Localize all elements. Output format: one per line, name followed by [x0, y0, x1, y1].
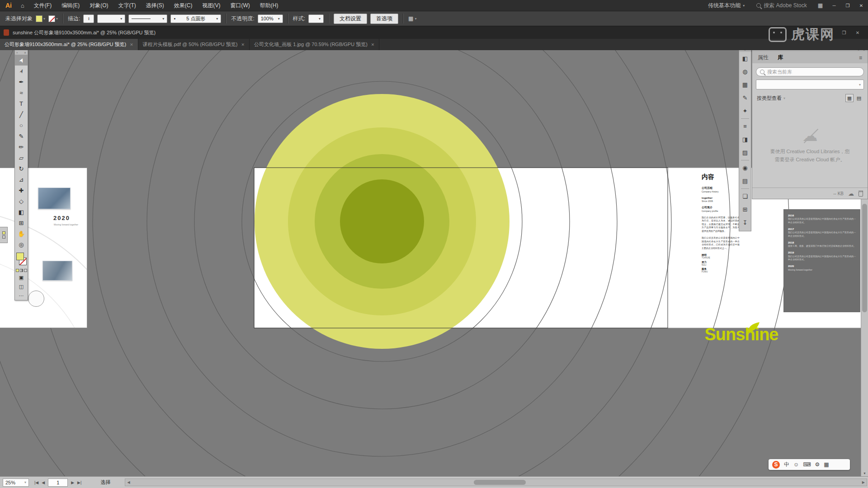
- screen-mode-button[interactable]: ◫: [15, 282, 28, 291]
- minimize-button[interactable]: ─: [827, 0, 841, 11]
- menu-type[interactable]: 文字(T): [113, 0, 141, 11]
- edit-toolbar-button[interactable]: ⋯: [15, 291, 28, 300]
- horizontal-scrollbar[interactable]: ◀ ▶: [125, 479, 867, 486]
- paintbrush-tool[interactable]: ✎: [15, 131, 28, 141]
- close-button[interactable]: ✕: [854, 0, 868, 11]
- stroke-color-swatch[interactable]: [48, 15, 55, 22]
- hand-tool[interactable]: ✋: [15, 228, 28, 239]
- cover-photo[interactable]: [38, 188, 71, 209]
- scroll-down-icon[interactable]: ▼: [861, 470, 868, 476]
- last-artboard-button[interactable]: ▶|: [77, 480, 81, 485]
- fill-color-control[interactable]: ▾: [36, 15, 45, 22]
- maximize-button[interactable]: ❐: [841, 0, 854, 11]
- artboards-panel-button[interactable]: ⊞: [739, 203, 751, 216]
- menu-effect[interactable]: 效果(C): [169, 0, 198, 11]
- stroke-weight-stepper[interactable]: ▲▼: [83, 14, 94, 23]
- document-tab[interactable]: 公司文化墙_画板 1.jpg @ 70.59% (RGB/GPU 预览) ✕: [250, 39, 379, 50]
- fill-swatch[interactable]: [16, 253, 24, 260]
- menu-window[interactable]: 窗口(W): [226, 0, 255, 11]
- brush-definition-dropdown[interactable]: • 5 点圆形 ▾: [170, 14, 221, 23]
- selection-tool[interactable]: ➤: [15, 55, 28, 66]
- asset-export-panel-button[interactable]: ↧: [739, 216, 751, 229]
- workspace-switcher[interactable]: 传统基本功能 ▾: [703, 2, 750, 9]
- sunshine-logo[interactable]: Sunshine: [696, 325, 787, 344]
- rotate-tool[interactable]: ↻: [15, 163, 28, 174]
- home-icon[interactable]: ⌂: [16, 2, 29, 9]
- list-view-icon[interactable]: ▤: [855, 94, 863, 102]
- grid-view-icon[interactable]: ▦: [845, 94, 854, 102]
- opacity-field[interactable]: 100% ▾: [258, 14, 283, 23]
- canvas[interactable]: 2020 Moving forward together 内容 公司历程 Com…: [0, 50, 868, 476]
- menu-file[interactable]: 文件(F): [29, 0, 57, 11]
- none-mode-icon[interactable]: [24, 269, 27, 272]
- gradient-tool[interactable]: ◧: [15, 206, 28, 217]
- stroke-panel-button[interactable]: ≡: [739, 120, 751, 133]
- cover-photo[interactable]: [42, 261, 72, 281]
- color-mode-icon[interactable]: [16, 269, 19, 272]
- ellipse-tool[interactable]: ○: [15, 120, 28, 131]
- delete-library-icon[interactable]: [859, 191, 863, 197]
- eraser-tool[interactable]: ▱: [15, 152, 28, 163]
- symbols-panel-button[interactable]: ✦: [739, 104, 751, 117]
- tab-properties[interactable]: 属性: [758, 54, 769, 61]
- menu-edit[interactable]: 编辑(E): [57, 0, 85, 11]
- menu-object[interactable]: 对象(O): [85, 0, 113, 11]
- gradient-mode-icon[interactable]: [20, 269, 23, 272]
- stroke-color-control[interactable]: ▾: [48, 15, 58, 22]
- pencil-tool[interactable]: ✏: [15, 141, 28, 152]
- next-artboard-button[interactable]: ▶: [71, 480, 74, 485]
- collapse-icon[interactable]: »: [16, 51, 18, 54]
- arrange-documents-control[interactable]: ▦ ▾: [408, 15, 416, 22]
- pen-tool[interactable]: ✒: [15, 76, 28, 87]
- cover-artboard[interactable]: 2020 Moving forward together: [0, 168, 87, 328]
- tab-libraries[interactable]: 库: [778, 54, 783, 61]
- ime-settings-icon[interactable]: ⚙: [815, 461, 820, 468]
- tab-close-icon[interactable]: ✕: [371, 42, 375, 47]
- shape-builder-tool[interactable]: ◇: [15, 196, 28, 206]
- library-select-dropdown[interactable]: ▾: [756, 80, 864, 89]
- collapsed-panel-tab[interactable]: [0, 227, 8, 243]
- line-tool[interactable]: ╱: [15, 109, 28, 120]
- variable-width-dropdown[interactable]: ▾: [128, 14, 167, 23]
- tools-panel-header[interactable]: » ✕: [15, 50, 28, 55]
- doc-close-button[interactable]: ✕: [851, 26, 864, 39]
- color-guide-panel-button[interactable]: ◍: [739, 65, 751, 78]
- menu-help[interactable]: 帮助(H): [255, 0, 283, 11]
- mesh-tool[interactable]: ⊞: [15, 217, 28, 228]
- scroll-left-icon[interactable]: ◀: [127, 480, 130, 484]
- doc-restore-button[interactable]: ❐: [837, 26, 851, 39]
- ime-logo-icon[interactable]: S: [772, 461, 780, 469]
- fill-color-swatch[interactable]: [36, 15, 42, 22]
- appearance-panel-button[interactable]: ◉: [739, 161, 751, 174]
- style-dropdown[interactable]: ▾: [308, 14, 324, 23]
- menu-view[interactable]: 视图(V): [198, 0, 226, 11]
- preferences-button[interactable]: 首选项: [370, 14, 398, 24]
- swatches-panel-button[interactable]: ▦: [739, 78, 751, 91]
- artboard-number-field[interactable]: 1: [48, 479, 68, 487]
- library-search-input[interactable]: 搜索当前库: [756, 67, 864, 76]
- scale-tool[interactable]: ⊿: [15, 174, 28, 185]
- layout-icon[interactable]: ▦: [813, 2, 827, 9]
- color-mode-buttons[interactable]: [15, 268, 28, 273]
- document-setup-button[interactable]: 文档设置: [334, 14, 367, 24]
- doc-minimize-button[interactable]: ─: [824, 26, 837, 39]
- horizontal-scrollbar-thumb[interactable]: [474, 480, 526, 485]
- view-by-type-dropdown[interactable]: 按类型查看: [757, 95, 782, 102]
- type-tool[interactable]: T: [15, 98, 28, 109]
- previous-artboard-button[interactable]: ◀: [42, 480, 45, 485]
- direct-selection-tool[interactable]: ➢: [15, 66, 28, 76]
- brushes-panel-button[interactable]: ✎: [739, 91, 751, 104]
- adobe-stock-search[interactable]: 搜索 Adobe Stock: [750, 2, 813, 9]
- ime-keyboard-icon[interactable]: ⌨: [803, 461, 811, 468]
- ime-language-toggle[interactable]: 中: [784, 461, 789, 469]
- gradient-panel-button[interactable]: ◨: [739, 133, 751, 146]
- layers-panel-button[interactable]: ❏: [739, 190, 751, 203]
- ime-emoji-icon[interactable]: ☺: [793, 461, 799, 468]
- tab-close-icon[interactable]: ✕: [241, 42, 245, 47]
- zoom-tool[interactable]: ◎: [15, 239, 28, 250]
- scroll-right-icon[interactable]: ▶: [862, 480, 865, 484]
- zoom-level-dropdown[interactable]: 25% ▾: [3, 479, 29, 487]
- sync-status-icon[interactable]: ☁: [848, 191, 854, 197]
- tab-close-icon[interactable]: ✕: [130, 42, 133, 47]
- fill-stroke-swatches[interactable]: [15, 252, 28, 267]
